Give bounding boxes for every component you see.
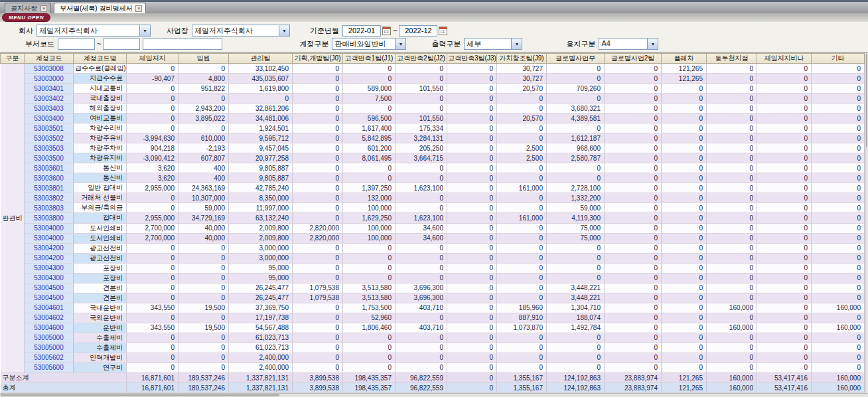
account-code-cell[interactable]: 53004200 [25, 243, 74, 253]
table-row[interactable]: 53003501차량수리비001,924,50101,617,400175,33… [1, 123, 865, 133]
value-cell[interactable]: 0 [293, 114, 343, 123]
value-cell[interactable]: 9,595,712 [229, 133, 293, 143]
value-cell[interactable]: 0 [127, 362, 179, 372]
table-row[interactable]: 53003400여비교통비03,895,02234,481,0060596,50… [1, 114, 865, 123]
value-cell[interactable]: 0 [179, 293, 229, 303]
value-cell[interactable]: 0 [396, 273, 447, 283]
value-cell[interactable]: 0 [812, 143, 865, 153]
account-code-cell[interactable]: 53005000 [25, 343, 74, 353]
account-code-cell[interactable]: 53003500 [25, 153, 74, 163]
value-cell[interactable]: 0 [707, 173, 757, 183]
value-cell[interactable]: 0 [179, 263, 229, 273]
value-cell[interactable]: 52,960 [343, 313, 396, 323]
value-cell[interactable]: 3,620 [127, 163, 179, 173]
value-cell[interactable]: 0 [707, 213, 757, 223]
table-row[interactable]: 53003600통신비3,6204009,805,88700000000000 [1, 173, 865, 183]
value-cell[interactable]: -2,193 [179, 143, 229, 153]
value-cell[interactable]: 205,250 [396, 143, 447, 153]
value-cell[interactable]: 0 [447, 104, 497, 114]
value-cell[interactable]: 0 [812, 243, 865, 253]
value-cell[interactable]: 161,000 [497, 183, 547, 193]
value-cell[interactable]: 968,600 [547, 143, 605, 153]
value-cell[interactable]: 2,820,000 [293, 223, 343, 233]
value-cell[interactable]: 343,550 [127, 303, 179, 313]
account-name-cell[interactable]: 급수수료(클레임) [74, 64, 127, 74]
value-cell[interactable]: 0 [127, 273, 179, 283]
value-cell[interactable]: 19,500 [179, 323, 229, 333]
value-cell[interactable]: 0 [812, 104, 865, 114]
value-cell[interactable]: 0 [757, 104, 812, 114]
close-icon[interactable]: × [135, 5, 142, 12]
value-cell[interactable]: 2,820,000 [293, 233, 343, 243]
value-cell[interactable]: 0 [343, 243, 396, 253]
value-cell[interactable]: 0 [447, 333, 497, 343]
value-cell[interactable]: 0 [497, 94, 547, 104]
value-cell[interactable]: 0 [343, 74, 396, 84]
value-cell[interactable]: 0 [605, 362, 662, 372]
value-cell[interactable]: 0 [812, 293, 865, 303]
value-cell[interactable]: 887,910 [497, 313, 547, 323]
value-cell[interactable]: -3,994,630 [127, 133, 179, 143]
value-cell[interactable]: 0 [605, 263, 662, 273]
value-cell[interactable]: 0 [662, 233, 707, 243]
value-cell[interactable]: 0 [343, 273, 396, 283]
table-row[interactable]: 53005602인력개발비002,400,00000000000000 [1, 353, 865, 362]
value-cell[interactable]: 0 [447, 293, 497, 303]
value-cell[interactable]: 0 [662, 323, 707, 333]
value-cell[interactable]: 0 [497, 203, 547, 213]
value-cell[interactable]: 0 [757, 233, 812, 243]
value-cell[interactable]: 0 [757, 362, 812, 372]
value-cell[interactable]: 435,035,607 [229, 74, 293, 84]
value-cell[interactable]: 0 [127, 313, 179, 323]
value-cell[interactable]: 3,000,000 [229, 243, 293, 253]
value-cell[interactable]: 8,061,495 [343, 153, 396, 163]
value-cell[interactable]: 0 [662, 273, 707, 283]
value-cell[interactable]: 1,079,538 [293, 293, 343, 303]
value-cell[interactable]: 26,245,477 [229, 293, 293, 303]
account-code-cell[interactable]: 53004000 [25, 223, 74, 233]
value-cell[interactable]: 37,369,750 [229, 303, 293, 313]
value-cell[interactable]: 1,629,250 [343, 213, 396, 223]
value-cell[interactable]: 0 [497, 293, 547, 303]
account-code-cell[interactable]: 53005602 [25, 353, 74, 362]
value-cell[interactable]: 0 [293, 183, 343, 193]
value-cell[interactable]: 0 [605, 273, 662, 283]
account-name-cell[interactable]: 광고선전비 [74, 243, 127, 253]
account-code-cell[interactable]: 53003800 [25, 213, 74, 223]
value-cell[interactable]: 0 [179, 94, 229, 104]
value-cell[interactable]: 0 [757, 173, 812, 183]
value-cell[interactable]: 0 [757, 223, 812, 233]
value-cell[interactable]: 0 [447, 183, 497, 193]
value-cell[interactable]: 0 [127, 263, 179, 273]
value-cell[interactable]: 0 [662, 223, 707, 233]
value-cell[interactable]: 0 [293, 173, 343, 183]
value-cell[interactable]: 0 [605, 114, 662, 123]
value-cell[interactable]: 0 [707, 293, 757, 303]
value-cell[interactable]: 1,619,800 [229, 84, 293, 94]
account-name-cell[interactable]: 국내출장비 [74, 94, 127, 104]
value-cell[interactable]: 596,500 [343, 114, 396, 123]
value-cell[interactable]: 0 [293, 84, 343, 94]
value-cell[interactable]: 709,260 [547, 84, 605, 94]
value-cell[interactable]: 0 [757, 84, 812, 94]
account-name-cell[interactable]: 접대비 [74, 213, 127, 223]
value-cell[interactable]: 0 [662, 163, 707, 173]
value-cell[interactable]: 0 [707, 353, 757, 362]
account-code-cell[interactable]: 53003502 [25, 133, 74, 143]
value-cell[interactable]: 0 [447, 323, 497, 333]
value-cell[interactable]: 0 [812, 183, 865, 193]
value-cell[interactable]: 0 [179, 362, 229, 372]
value-cell[interactable]: 0 [447, 313, 497, 323]
value-cell[interactable]: 0 [757, 114, 812, 123]
value-cell[interactable]: 0 [605, 343, 662, 353]
value-cell[interactable]: 0 [605, 283, 662, 293]
value-cell[interactable]: 0 [662, 303, 707, 313]
value-cell[interactable]: 0 [396, 362, 447, 372]
table-row[interactable]: 53003803부의금/축의금059,00011,997,0000100,000… [1, 203, 865, 213]
value-cell[interactable]: 0 [447, 263, 497, 273]
value-cell[interactable]: 0 [707, 253, 757, 263]
value-cell[interactable]: 0 [447, 253, 497, 263]
value-cell[interactable]: 0 [812, 223, 865, 233]
account-code-cell[interactable]: 53003600 [25, 173, 74, 183]
value-cell[interactable]: 0 [757, 283, 812, 293]
